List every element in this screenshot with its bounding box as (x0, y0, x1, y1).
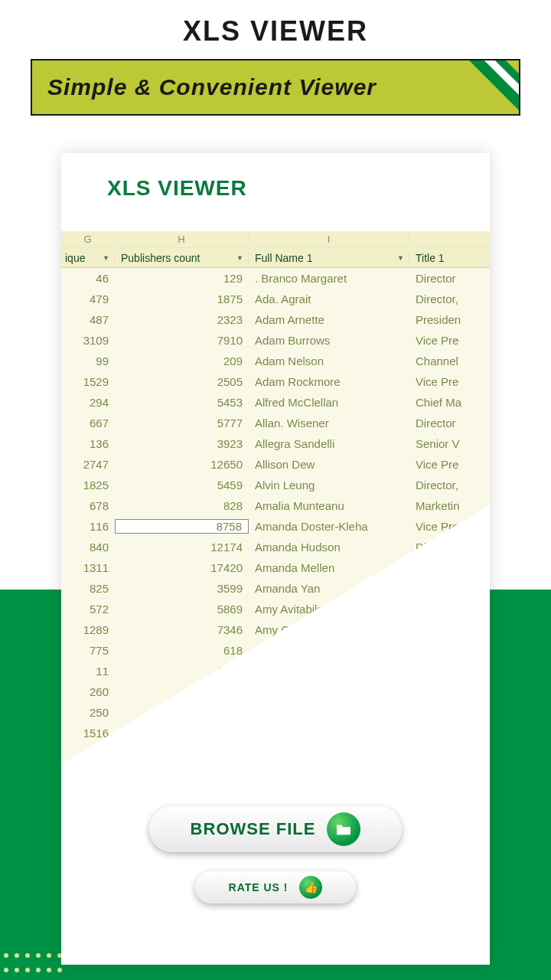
cell[interactable]: 3923 (115, 437, 249, 450)
table-row[interactable]: 6675777Allan. WisenerDirector (61, 413, 490, 433)
table-row[interactable]: 26018660Andi Allendo (61, 681, 490, 702)
cell[interactable]: Vi (409, 623, 490, 636)
table-row[interactable]: 274712650Allison DewVice Pre (61, 454, 490, 475)
cell[interactable]: 1516 (61, 727, 115, 740)
cell[interactable]: Channel (409, 354, 490, 368)
cell[interactable]: 1311 (61, 561, 115, 574)
cell[interactable]: Vice Pre (409, 334, 490, 347)
table-row[interactable]: 2945453Alfred McClellanChief Ma (61, 392, 490, 413)
cell[interactable]: Director, (409, 561, 490, 574)
field-header-fullname[interactable]: Full Name 1 ▼ (249, 252, 409, 264)
cell[interactable]: 618 (115, 644, 249, 657)
cell[interactable]: 18660 (115, 685, 249, 698)
cell[interactable]: Allison Dew (249, 458, 409, 471)
table-row[interactable]: 5725869Amy AvitabileVice Pr (61, 599, 490, 619)
cell[interactable]: 46 (61, 272, 115, 285)
cell[interactable]: 828 (115, 499, 249, 512)
cell[interactable]: 5453 (115, 396, 249, 409)
cell[interactable]: Chief Ma (409, 396, 490, 409)
cell[interactable]: Director (409, 416, 490, 430)
cell[interactable]: 250 (61, 706, 115, 719)
cell[interactable]: 3247 (61, 747, 115, 760)
cell[interactable]: 825 (61, 582, 115, 595)
cell[interactable]: 1825 (61, 479, 115, 492)
cell[interactable]: 8758 (115, 519, 249, 534)
field-header-unique[interactable]: ique ▼ (61, 252, 115, 264)
cell[interactable]: 7346 (115, 623, 249, 636)
cell[interactable]: 7910 (115, 334, 249, 347)
cell[interactable]: 7258 (115, 727, 249, 740)
cell[interactable]: Online M (409, 582, 490, 595)
cell[interactable]: 775 (61, 644, 115, 657)
table-row[interactable]: 99209Adam NelsonChannel (61, 351, 490, 371)
cell[interactable]: 209 (115, 354, 249, 368)
cell[interactable]: 487 (61, 313, 115, 326)
table-row[interactable]: 4872323Adam ArnettePresiden (61, 309, 490, 330)
cell[interactable]: Vice Pr (409, 603, 490, 616)
cell[interactable]: Allan. Wisener (249, 416, 409, 430)
cell[interactable]: 2505 (115, 375, 249, 388)
cell[interactable]: Amy Avitabile (249, 603, 409, 616)
cell[interactable]: Adam Arnette (249, 313, 409, 326)
cell[interactable]: 12650 (115, 458, 249, 471)
cell[interactable]: Amy Spickler (249, 644, 409, 657)
table-row[interactable]: 15167258A (61, 723, 490, 743)
cell[interactable]: 129 (115, 272, 249, 285)
table-row[interactable]: 111643Anant Agarwal (61, 661, 490, 681)
cell[interactable]: 1529 (61, 375, 115, 388)
cell[interactable]: Marketin (409, 499, 490, 512)
cell[interactable]: 5869 (115, 603, 249, 616)
cell[interactable]: Allegra Sandelli (249, 437, 409, 450)
table-row[interactable]: 84012174Amanda HudsonDirector (61, 537, 490, 557)
cell[interactable]: 2747 (61, 458, 115, 471)
cell[interactable]: Adam Nelson (249, 354, 409, 368)
cell[interactable]: Amanda Yan (249, 582, 409, 595)
table-row[interactable]: 775618Amy Spickler (61, 640, 490, 661)
cell[interactable]: Ada. Agrait (249, 292, 409, 305)
cell[interactable]: Director (409, 272, 490, 285)
cell[interactable]: 1643 (115, 665, 249, 678)
cell[interactable]: Amanda Doster-Kleha (249, 520, 409, 533)
cell[interactable]: Amanda Hudson (249, 541, 409, 554)
cell[interactable]: Adam Rockmore (249, 375, 409, 388)
cell[interactable]: 667 (61, 416, 115, 430)
cell[interactable]: Alvin Leung (249, 479, 409, 492)
cell[interactable]: Andrea (249, 706, 409, 719)
cell[interactable]: 3109 (61, 334, 115, 347)
rate-us-button[interactable]: RATE US ! 👍 (195, 871, 356, 903)
cell[interactable]: Director, (409, 479, 490, 492)
cell[interactable]: Vice Pre (409, 375, 490, 388)
cell[interactable]: A (249, 727, 409, 740)
cell[interactable]: Director (409, 541, 490, 554)
cell[interactable]: Adam Burrows (249, 334, 409, 347)
table-row[interactable]: 46129. Branco MargaretDirector (61, 268, 490, 289)
cell[interactable]: . Branco Margaret (249, 272, 409, 285)
cell[interactable]: 572 (61, 603, 115, 616)
cell[interactable]: 5459 (115, 479, 249, 492)
cell[interactable]: Director, (409, 292, 490, 305)
table-row[interactable]: 8253599Amanda YanOnline M (61, 578, 490, 599)
table-row[interactable]: 31097910Adam BurrowsVice Pre (61, 330, 490, 351)
table-row[interactable]: 678828Amalia MunteanuMarketin (61, 495, 490, 516)
cell[interactable]: 17420 (115, 561, 249, 574)
cell[interactable]: Vice Pre (409, 458, 490, 471)
cell[interactable]: 1289 (61, 623, 115, 636)
cell[interactable]: Vice Pre (409, 520, 490, 533)
table-row[interactable]: 1363923Allegra SandelliSenior V (61, 433, 490, 454)
cell[interactable]: 2323 (115, 313, 249, 326)
cell[interactable]: 116 (61, 520, 115, 533)
cell[interactable]: Amy Curtis-Mcintyre (249, 623, 409, 636)
table-row[interactable]: 3247 (61, 743, 490, 764)
cell[interactable]: Alfred McClellan (249, 396, 409, 409)
cell[interactable]: 3599 (115, 582, 249, 595)
cell[interactable]: 11 (61, 665, 115, 678)
field-header-title[interactable]: Title 1 (409, 252, 490, 264)
table-row[interactable]: 18255459Alvin LeungDirector, (61, 475, 490, 495)
cell[interactable]: Amalia Munteanu (249, 499, 409, 512)
cell[interactable]: Andi Allendo (249, 685, 409, 698)
cell[interactable]: 840 (61, 541, 115, 554)
cell[interactable]: 1875 (115, 292, 249, 305)
cell[interactable]: 479 (61, 292, 115, 305)
table-row[interactable]: 15292505Adam RockmoreVice Pre (61, 371, 490, 392)
cell[interactable]: 99 (61, 354, 115, 368)
